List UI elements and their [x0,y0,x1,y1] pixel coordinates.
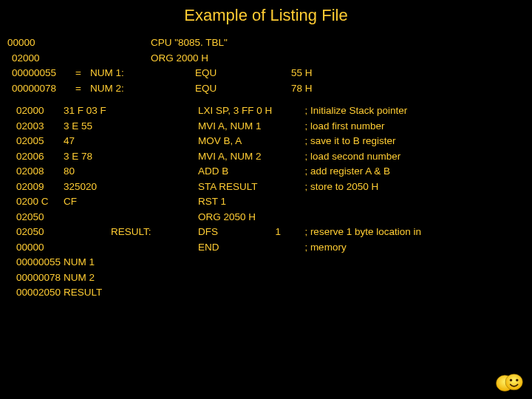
table-row: 00000055 = NUM 1: EQU 55 H [6,66,526,81]
cell-addr: 02003 [15,119,62,134]
cell-addr: 02006 [15,149,62,165]
cell-eq [74,51,89,66]
cell-label [109,119,161,134]
table-row: 02008 80 ADD B ; add register A & B [15,164,532,180]
cell-instr: ADD B [161,164,273,180]
cell-instr: MVI A, NUM 2 [161,149,273,165]
table-row: 02006 3 E 78 MVI A, NUM 2 ; load second … [15,149,532,165]
cell-val [273,194,303,210]
cell-val: 55 H [290,66,334,81]
cell-comment: ; add register A & B [303,164,532,180]
cell-comment [334,81,526,97]
cell-hex [62,240,109,256]
cell-comment: ; save it to B register [303,134,532,149]
cell-instr: MVI A, NUM 1 [161,119,273,134]
cell-val [273,210,303,225]
cell-addr: 02000 [15,103,62,119]
table-row: 02003 3 E 55 MVI A, NUM 1 ; load first n… [15,119,532,134]
cell-hex: 47 [62,134,109,149]
cell-hex: 80 [62,164,109,180]
cell-hex: 325020 [62,180,109,195]
cell-val [273,180,303,195]
cell-label: NUM 2: [89,81,149,97]
listing-table-main: 02000 31 F 03 F LXI SP, 3 FF 0 H ; Initi… [15,103,532,301]
cell-hex: NUM 1 [62,255,532,270]
cell-instr: MOV B, A [161,134,273,149]
table-row: 02050 ORG 2050 H [15,210,532,225]
cell-addr: 00000 [6,35,74,51]
cell-hex: NUM 2 [62,270,532,286]
cell-val [273,240,303,256]
cell-addr: 0200 C [15,194,62,210]
listing-table-top: 00000 CPU "8085. TBL" 02000 ORG 2000 H 0… [6,35,526,103]
cell-comment [334,35,526,51]
cell-label [89,35,149,51]
table-row: 00002050 RESULT [15,285,532,301]
cell-val [290,35,334,51]
cell-label [109,240,161,256]
svg-point-3 [516,379,518,381]
cell-addr: 00000055 [15,255,62,270]
cell-comment [334,66,526,81]
cell-comment: ; load first number [303,119,532,134]
cell-val [273,103,303,119]
cell-comment [334,51,526,66]
table-row: 00000078 NUM 2 [15,270,532,286]
cell-comment [303,194,532,210]
cell-addr: 02000 [6,51,74,66]
cell-comment: ; store to 2050 H [303,180,532,195]
cell-comment: ; load second number [303,149,532,165]
svg-point-1 [505,374,522,390]
cell-eq: = [74,66,89,81]
cell-label [89,51,149,66]
cell-hex: RESULT [62,285,532,301]
cell-addr: 00000078 [15,270,62,286]
table-row: 02005 47 MOV B, A ; save it to B registe… [15,134,532,149]
cell-val: 1 [273,225,303,240]
cell-addr: 02005 [15,134,62,149]
cell-label [109,134,161,149]
cell-label [109,180,161,195]
cell-hex: CF [62,194,109,210]
table-row: 02050 RESULT: DFS 1 ; reserve 1 byte loc… [15,225,532,240]
cell-instr: RST 1 [161,194,273,210]
cell-comment [303,210,532,225]
listing-body: 00000 CPU "8085. TBL" 02000 ORG 2000 H 0… [0,35,532,301]
cell-hex: 3 E 55 [62,119,109,134]
cell-label [109,164,161,180]
cell-label [109,194,161,210]
cell-hex [62,225,109,240]
cell-val [290,51,334,66]
cell-val [273,134,303,149]
cell-eq: = [74,81,89,97]
cell-label [109,210,161,225]
cell-instr: DFS [161,225,273,240]
cell-instr: LXI SP, 3 FF 0 H [161,103,273,119]
cell-instr: EQU [149,81,290,97]
cell-comment: ; memory [303,240,532,256]
cell-addr: 00000 [15,240,62,256]
table-row: 02000 31 F 03 F LXI SP, 3 FF 0 H ; Initi… [15,103,532,119]
cell-label [109,103,161,119]
cell-label: NUM 1: [89,66,149,81]
cell-addr: 00000078 [6,81,74,97]
cell-instr: CPU "8085. TBL" [149,35,290,51]
cell-val [273,149,303,165]
cell-addr: 00000055 [6,66,74,81]
table-row: 0200 C CF RST 1 [15,194,532,210]
table-row: 02000 ORG 2000 H [6,51,526,66]
table-row: 00000 END ; memory [15,240,532,256]
cell-instr: ORG 2050 H [161,210,273,225]
table-row: 00000 CPU "8085. TBL" [6,35,526,51]
cell-hex: 31 F 03 F [62,103,109,119]
cell-val: 78 H [290,81,334,97]
table-row: 02009 325020 STA RESULT ; store to 2050 … [15,180,532,195]
smiley-icon [494,371,525,393]
cell-instr: EQU [149,66,290,81]
page-title: Example of Listing File [0,0,532,35]
cell-val [273,119,303,134]
cell-addr: 02050 [15,210,62,225]
cell-addr: 02009 [15,180,62,195]
cell-comment: ; reserve 1 byte location in [303,225,532,240]
cell-label [109,149,161,165]
